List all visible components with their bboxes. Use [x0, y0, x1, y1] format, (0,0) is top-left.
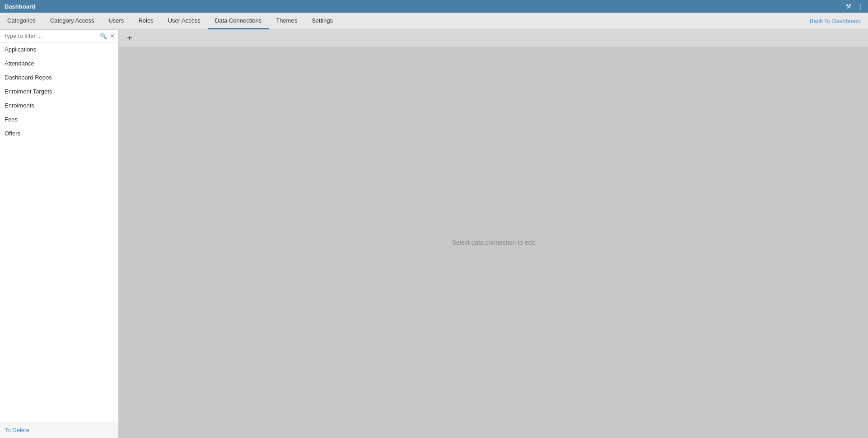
clear-icon[interactable]: ✕	[110, 33, 115, 39]
list-item-enrolment-targets[interactable]: Enrolment Targets	[0, 84, 118, 98]
add-button[interactable]: +	[123, 32, 136, 45]
list-item-enrolments[interactable]: Enrolments	[0, 98, 118, 112]
more-icon[interactable]: ⋮	[857, 3, 863, 10]
top-bar-icons: ⚒ ⋮	[846, 3, 863, 10]
list-item-fees[interactable]: Fees	[0, 112, 118, 126]
top-bar: Dashboard ⚒ ⋮	[0, 0, 868, 13]
list-item-attendance[interactable]: Attendance	[0, 56, 118, 70]
tab-categories[interactable]: Categories	[0, 13, 43, 29]
nav-bar: Categories Category Access Users Roles U…	[0, 13, 868, 30]
wrench-icon[interactable]: ⚒	[846, 3, 852, 10]
main-panel: + Select data connection to edit	[119, 30, 868, 438]
tab-users[interactable]: Users	[101, 13, 131, 29]
list-item-offers[interactable]: Offers	[0, 126, 118, 140]
list-item-dashboard-repos[interactable]: Dashboard Repos	[0, 70, 118, 84]
sidebar-footer: To Delete	[0, 422, 118, 438]
placeholder-text: Select data connection to edit	[452, 239, 535, 246]
tab-user-access[interactable]: User Access	[161, 13, 208, 29]
tab-roles[interactable]: Roles	[131, 13, 160, 29]
main-content: Select data connection to edit	[119, 47, 868, 438]
sidebar-list: Applications Attendance Dashboard Repos …	[0, 42, 118, 422]
sidebar-search-bar: 🔍 ✕	[0, 30, 118, 42]
to-delete-link[interactable]: To Delete	[5, 427, 29, 433]
tab-category-access[interactable]: Category Access	[43, 13, 102, 29]
toolbar-strip: +	[119, 30, 868, 47]
tab-data-connections[interactable]: Data Connections	[208, 13, 269, 29]
back-to-dashboard-link[interactable]: Back To Dashboard	[803, 13, 868, 29]
content-area: 🔍 ✕ Applications Attendance Dashboard Re…	[0, 30, 868, 438]
app-title: Dashboard	[5, 3, 35, 10]
sidebar: 🔍 ✕ Applications Attendance Dashboard Re…	[0, 30, 119, 438]
tab-settings[interactable]: Settings	[304, 13, 340, 29]
list-item-applications[interactable]: Applications	[0, 42, 118, 56]
search-icon[interactable]: 🔍	[100, 33, 107, 39]
search-input[interactable]	[4, 33, 97, 39]
tab-themes[interactable]: Themes	[269, 13, 304, 29]
